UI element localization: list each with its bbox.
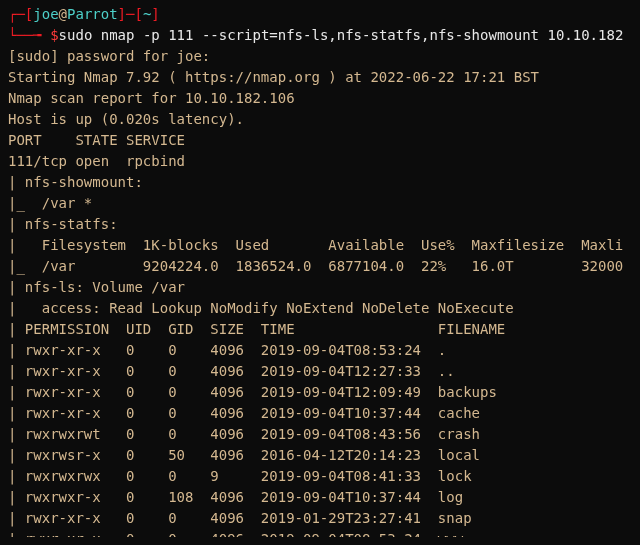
prompt-bracket-end: ] — [151, 6, 159, 22]
prompt-line-1: ┌─[joe@Parrot]─[~] — [8, 4, 616, 25]
prompt-bracket-mid: ]─[ — [118, 6, 143, 22]
ls-row: | rwxr-xr-x 0 0 4096 2019-01-29T23:27:41… — [8, 508, 616, 529]
output-sudo: [sudo] password for joe: — [8, 46, 616, 67]
output-report: Nmap scan report for 10.10.182.106 — [8, 88, 616, 109]
ls-header: | nfs-ls: Volume /var — [8, 277, 616, 298]
statfs-header: | nfs-statfs: — [8, 214, 616, 235]
output-host: Host is up (0.020s latency). — [8, 109, 616, 130]
ls-cols: | PERMISSION UID GID SIZE TIME FILENAME — [8, 319, 616, 340]
ls-row: | rwxr-xr-x 0 0 4096 2019-09-04T08:53:24… — [8, 340, 616, 361]
ls-row: | rwxr-xr-x 0 0 4096 2019-09-04T08:53:24… — [8, 529, 616, 537]
ls-row: | rwxrwxr-x 0 108 4096 2019-09-04T10:37:… — [8, 487, 616, 508]
ls-rows: | rwxr-xr-x 0 0 4096 2019-09-04T08:53:24… — [8, 340, 616, 537]
prompt-host: Parrot — [67, 6, 118, 22]
prompt-dollar: $ — [50, 27, 58, 43]
showmount-header: | nfs-showmount: — [8, 172, 616, 193]
prompt-at: @ — [59, 6, 67, 22]
prompt-bracket-open: ┌─[ — [8, 6, 33, 22]
ls-row: | rwxrwsr-x 0 50 4096 2016-04-12T20:14:2… — [8, 445, 616, 466]
ls-row: | rwxr-xr-x 0 0 4096 2019-09-04T12:09:49… — [8, 382, 616, 403]
ls-row: | rwxr-xr-x 0 0 4096 2019-09-04T12:27:33… — [8, 361, 616, 382]
showmount-entry: |_ /var * — [8, 193, 616, 214]
statfs-row: |_ /var 9204224.0 1836524.0 6877104.0 22… — [8, 256, 616, 277]
prompt-user: joe — [33, 6, 58, 22]
command-text: sudo nmap -p 111 --script=nfs-ls,nfs-sta… — [59, 27, 624, 43]
statfs-cols: | Filesystem 1K-blocks Used Available Us… — [8, 235, 616, 256]
port-line: 111/tcp open rpcbind — [8, 151, 616, 172]
ls-row: | rwxrwxrwt 0 0 4096 2019-09-04T08:43:56… — [8, 424, 616, 445]
output-starting: Starting Nmap 7.92 ( https://nmap.org ) … — [8, 67, 616, 88]
ls-row: | rwxrwxrwx 0 0 9 2019-09-04T08:41:33 lo… — [8, 466, 616, 487]
prompt-line-2: └──╼ $sudo nmap -p 111 --script=nfs-ls,n… — [8, 25, 616, 46]
ls-row: | rwxr-xr-x 0 0 4096 2019-09-04T10:37:44… — [8, 403, 616, 424]
terminal-window[interactable]: ┌─[joe@Parrot]─[~] └──╼ $sudo nmap -p 11… — [8, 4, 616, 537]
port-header: PORT STATE SERVICE — [8, 130, 616, 151]
ls-access: | access: Read Lookup NoModify NoExtend … — [8, 298, 616, 319]
prompt-prefix: └──╼ — [8, 27, 50, 43]
